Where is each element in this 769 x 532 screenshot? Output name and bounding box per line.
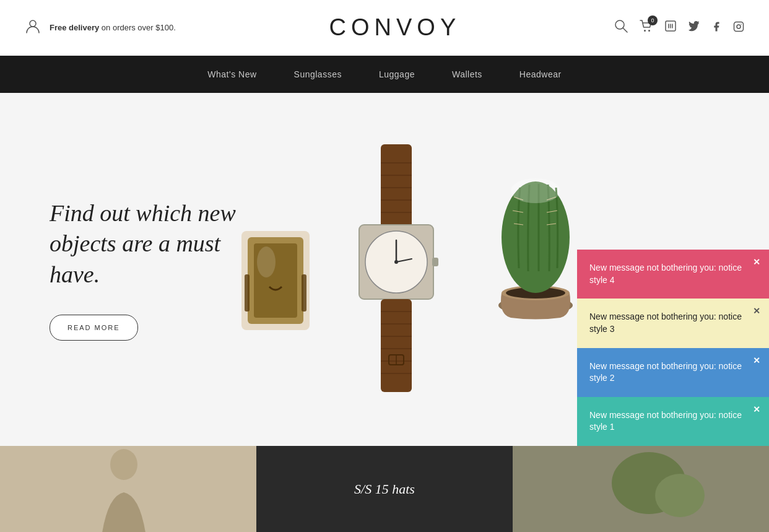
hero-section: Find out which new objects are a must ha… (0, 93, 769, 446)
read-more-button[interactable]: READ MORE (50, 315, 138, 341)
hats-label: S/S 15 hats (354, 481, 415, 497)
grid-item-person[interactable] (0, 446, 256, 532)
svg-point-3 (644, 30, 646, 32)
hero-text: Find out which new objects are a must ha… (0, 198, 248, 341)
svg-point-54 (655, 474, 705, 517)
hero-headline: Find out which new objects are a must ha… (50, 198, 248, 290)
grid-item-plant[interactable] (513, 446, 769, 532)
notification-2-text: New message not bothering you: notice st… (589, 361, 742, 383)
notification-4-text: New message not bothering you: notice st… (589, 263, 742, 285)
user-icon[interactable] (25, 18, 41, 38)
header-left: Free delivery on orders over $100. (25, 18, 176, 38)
watch-svg (341, 144, 452, 392)
nav-item-headwear[interactable]: Headwear (519, 69, 562, 79)
wishlist-button[interactable] (664, 19, 677, 36)
facebook-icon[interactable] (711, 21, 722, 35)
cart-badge-count: 0 (648, 15, 658, 25)
svg-point-15 (257, 246, 276, 277)
notification-3-close[interactable]: ✕ (753, 306, 760, 316)
watch-image (341, 144, 452, 395)
person-svg (0, 446, 256, 532)
notification-3-text: New message not bothering you: notice st… (589, 312, 742, 334)
site-logo[interactable]: CONVOY (176, 14, 614, 41)
svg-rect-30 (381, 299, 412, 392)
svg-point-49 (511, 178, 560, 203)
nav-item-wallets[interactable]: Wallets (452, 69, 482, 79)
search-button[interactable] (614, 19, 628, 36)
site-header: Free delivery on orders over $100. CONVO… (0, 0, 769, 56)
twitter-icon[interactable] (689, 21, 700, 35)
notification-2-close[interactable]: ✕ (753, 355, 760, 365)
svg-point-11 (741, 24, 742, 25)
svg-point-51 (110, 449, 137, 480)
notification-1-text: New message not bothering you: notice st… (589, 410, 742, 432)
svg-rect-17 (302, 274, 306, 312)
svg-point-0 (30, 20, 36, 27)
header-right: 0 (614, 19, 744, 36)
bottom-grid: S/S 15 hats (0, 446, 769, 532)
svg-point-28 (394, 260, 398, 264)
notifications-panel: New message not bothering you: notice st… (577, 250, 769, 446)
main-nav: What's New Sunglasses Luggage Wallets He… (0, 56, 769, 93)
notification-1: New message not bothering you: notice st… (577, 397, 769, 446)
svg-line-2 (623, 28, 627, 32)
plant-svg (513, 446, 769, 532)
notification-4: New message not bothering you: notice st… (577, 250, 769, 299)
notification-4-close[interactable]: ✕ (753, 257, 760, 267)
nav-item-luggage[interactable]: Luggage (379, 69, 415, 79)
instagram-icon[interactable] (733, 21, 744, 35)
svg-rect-9 (734, 22, 744, 31)
notification-2: New message not bothering you: notice st… (577, 348, 769, 397)
cart-button[interactable]: 0 (639, 19, 653, 36)
notification-3: New message not bothering you: notice st… (577, 299, 769, 347)
grid-item-hats[interactable]: S/S 15 hats (256, 446, 513, 532)
nav-item-sunglasses[interactable]: Sunglasses (294, 69, 342, 79)
delivery-text: Free delivery on orders over $100. (50, 23, 176, 32)
svg-point-10 (737, 25, 741, 28)
svg-point-4 (648, 30, 650, 32)
svg-rect-29 (432, 258, 438, 266)
nav-item-whats-new[interactable]: What's New (207, 69, 256, 79)
notification-1-close[interactable]: ✕ (753, 404, 760, 414)
